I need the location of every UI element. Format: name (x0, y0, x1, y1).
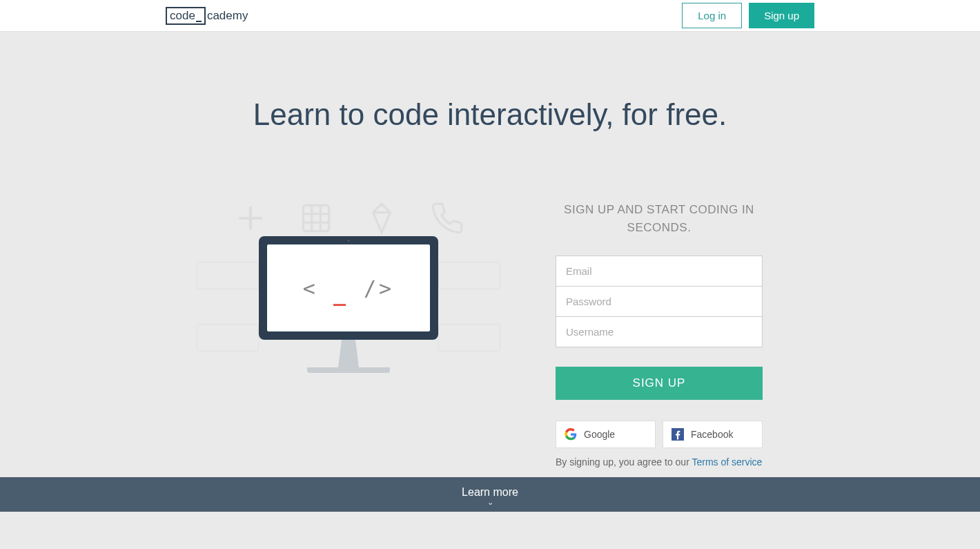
signup-heading: SIGN UP AND START CODING IN SECONDS. (556, 201, 763, 236)
content-row: < _ /> SIGN UP AND START CODING IN SECON… (0, 201, 980, 468)
learn-more-label: Learn more (0, 486, 980, 499)
login-button[interactable]: Log in (682, 3, 742, 28)
logo-part2: cademy (207, 9, 248, 23)
chevron-down-icon: ⌄ (0, 499, 980, 506)
header-buttons: Log in Sign up (682, 3, 814, 28)
facebook-icon (672, 428, 684, 441)
signup-button[interactable]: Sign up (749, 3, 814, 28)
monitor-graphic: < _ /> (259, 236, 438, 373)
learn-more-bar[interactable]: Learn more ⌄ (0, 477, 980, 512)
google-label: Google (584, 429, 615, 440)
bg-box (197, 324, 259, 351)
bg-box (197, 262, 259, 289)
terms-link[interactable]: Terms of service (692, 456, 762, 468)
header: codecademy Log in Sign up (0, 0, 980, 32)
plus-icon (233, 201, 268, 235)
bg-box (438, 324, 500, 351)
illustration: < _ /> (217, 201, 480, 408)
phone-icon (430, 201, 464, 235)
diamond-icon (364, 201, 399, 235)
terms-prefix: By signing up, you agree to our (556, 456, 692, 468)
signup-panel: SIGN UP AND START CODING IN SECONDS. SIG… (556, 201, 763, 468)
google-signup-button[interactable]: Google (556, 421, 656, 448)
password-field[interactable] (556, 287, 763, 317)
facebook-signup-button[interactable]: Facebook (663, 421, 763, 448)
signup-submit-button[interactable]: SIGN UP (556, 367, 763, 400)
monitor-screen: < _ /> (267, 244, 430, 331)
underscore-icon (196, 21, 202, 22)
grid-icon (299, 201, 333, 235)
email-field[interactable] (556, 256, 763, 287)
hero-title: Learn to code interactively, for free. (0, 97, 980, 132)
logo[interactable]: codecademy (166, 7, 248, 25)
google-icon (565, 428, 577, 441)
social-row: Google Facebook (556, 421, 763, 448)
bg-box (438, 262, 500, 289)
terms-text: By signing up, you agree to our Terms of… (556, 456, 763, 468)
username-field[interactable] (556, 317, 763, 347)
logo-part1: code (170, 9, 195, 22)
svg-rect-0 (303, 205, 329, 231)
facebook-label: Facebook (691, 429, 733, 440)
hero-section: Learn to code interactively, for free. (0, 32, 980, 512)
